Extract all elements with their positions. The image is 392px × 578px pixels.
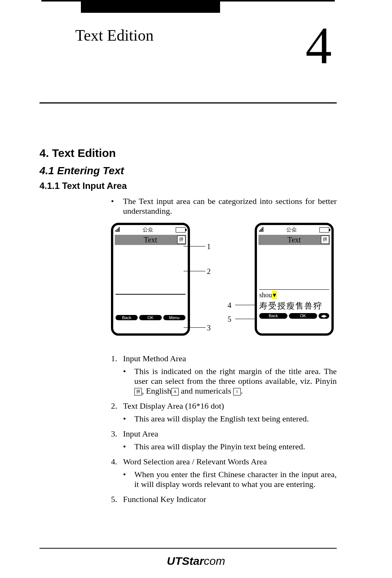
list-item: 5. Functional Key Indicator [111, 494, 337, 504]
sub-text: This area will display the English text … [134, 414, 337, 424]
intro-block: • The Text input area can be categorized… [111, 196, 337, 347]
item-number: 1. [111, 354, 123, 364]
item-label: Input Area [123, 429, 337, 439]
phone-left: 公众 Text 拼 Back OK Menu [111, 223, 190, 336]
network-label: 公众 [143, 227, 153, 233]
callout-1: 1 [207, 242, 211, 251]
header-underline [40, 102, 337, 103]
callout-5: 5 [228, 315, 231, 324]
heading-2: 4.1 Entering Text [40, 165, 337, 177]
chapter-title: Text Edition [75, 26, 153, 44]
item-label: Word Selection area / Relevant Words Are… [123, 457, 337, 467]
battery-icon [176, 227, 185, 233]
bullet-dot: • [123, 414, 134, 424]
logo-bold: UTStar [167, 555, 204, 567]
softkey-row: Back OK Menu [115, 315, 185, 320]
footer-rule [40, 548, 337, 549]
item-number: 5. [111, 494, 123, 504]
sub-bullet: • This is indicated on the right margin … [123, 367, 337, 396]
bullet-dot: • [111, 196, 123, 216]
bullet-dot: • [123, 442, 134, 452]
sub-text: This is indicated on the right margin of… [134, 367, 337, 396]
status-bar: 公众 [257, 225, 331, 235]
english-icon: A [171, 388, 179, 395]
pinyin-icon: 拼 [134, 388, 142, 395]
network-label: 公众 [286, 227, 297, 233]
softkey-menu[interactable]: Menu [163, 315, 185, 320]
title-bar: Text 拼 [258, 235, 330, 245]
softkey-ok[interactable]: OK [289, 313, 317, 319]
input-mode-icon: 拼 [321, 236, 329, 244]
item-label: Text Display Area (16*16 dot) [123, 401, 337, 411]
page: Text Edition 4 4. Text Edition 4.1 Enter… [0, 0, 392, 578]
text-display-area [259, 245, 329, 290]
list-item: 2. Text Display Area (16*16 dot) [111, 401, 337, 411]
item-number: 4. [111, 457, 123, 467]
bullet-dot: • [123, 470, 134, 489]
title-text: Text [287, 236, 301, 244]
header-bar [81, 2, 220, 13]
sub-text: This area will display the Pinyin text b… [134, 442, 337, 452]
bullet-dot: • [123, 367, 134, 396]
input-mode-icon: 拼 [177, 236, 185, 244]
title-bar: Text 拼 [115, 235, 186, 245]
item-number: 2. [111, 401, 123, 411]
sub-bullet: • When you enter the first Chinese chara… [123, 470, 337, 489]
sub-text: When you enter the first Chinese charact… [134, 470, 337, 489]
callout-2: 2 [207, 267, 211, 276]
item-label: Input Method Area [123, 354, 337, 364]
softkey-back[interactable]: Back [115, 315, 138, 320]
item-label: Functional Key Indicator [123, 494, 337, 504]
sub-bullet: • This area will display the Pinyin text… [123, 442, 337, 452]
chapter-number: 4 [305, 15, 332, 76]
intro-bullet: • The Text input area can be categorized… [111, 196, 337, 216]
figure: 公众 Text 拼 Back OK Menu [111, 223, 337, 347]
footer-logo: UTStarcom [0, 555, 392, 567]
softkey-back[interactable]: Back [259, 313, 287, 319]
heading-1: 4. Text Edition [40, 147, 337, 160]
phone-right: 公众 Text 拼 shou▾ 寿受授瘦售兽狩 Back OK [255, 223, 334, 336]
pinyin-input-line: shou▾ [259, 290, 329, 300]
numbered-list: 1. Input Method Area • This is indicated… [111, 354, 337, 504]
title-text: Text [144, 236, 157, 244]
cursor-icon: ▾ [272, 291, 277, 299]
pinyin-text: shou [259, 291, 272, 299]
softkey-row: Back OK ◀▶ [259, 313, 329, 319]
heading-3: 4.1.1 Text Input Area [40, 181, 337, 191]
battery-icon [319, 227, 329, 233]
list-item: 1. Input Method Area [111, 354, 337, 364]
softkey-ok[interactable]: OK [139, 315, 161, 320]
signal-icon [259, 227, 264, 233]
callout-3: 3 [207, 324, 211, 332]
input-area [115, 294, 185, 313]
content: 4. Text Edition 4.1 Entering Text 4.1.1 … [40, 147, 337, 507]
status-bar: 公众 [113, 225, 188, 235]
signal-icon [115, 227, 120, 233]
word-selection-row: 寿受授瘦售兽狩 [259, 300, 329, 312]
callout-4: 4 [228, 301, 231, 310]
list-item: 3. Input Area [111, 429, 337, 439]
intro-text: The Text input area can be categorized i… [123, 196, 337, 216]
list-item: 4. Word Selection area / Relevant Words … [111, 457, 337, 467]
item-number: 3. [111, 429, 123, 439]
text-display-area [115, 245, 185, 294]
numerical-icon: 1 [233, 388, 241, 395]
sub-bullet: • This area will display the English tex… [123, 414, 337, 424]
softkey-nav[interactable]: ◀▶ [319, 313, 329, 319]
logo-light: com [204, 555, 225, 567]
